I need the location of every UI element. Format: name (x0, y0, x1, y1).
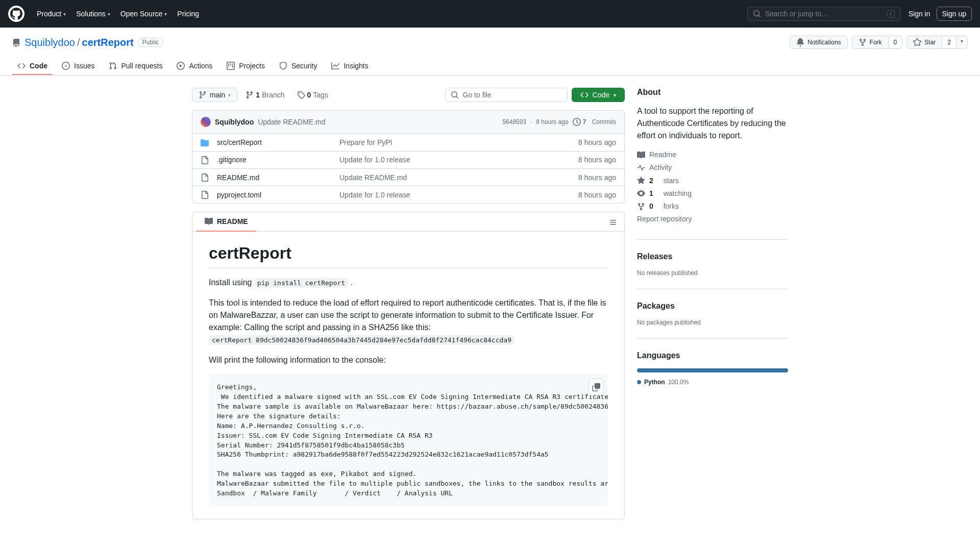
toc-button[interactable] (606, 214, 620, 229)
branch-icon (246, 91, 254, 99)
file-time: 8 hours ago (578, 156, 616, 164)
branches-link[interactable]: 1Branch (241, 88, 288, 102)
list-icon (609, 218, 617, 227)
visibility-badge: Public (138, 38, 164, 47)
tab-projects[interactable]: Projects (222, 57, 270, 75)
packages-heading[interactable]: Packages (637, 302, 788, 311)
output-codeblock: Greetings, We identified a malware signe… (209, 374, 608, 506)
file-name[interactable]: README.md (217, 173, 339, 182)
book-icon (637, 150, 645, 159)
star-icon (637, 176, 645, 185)
code-button[interactable]: Code ▾ (572, 88, 625, 102)
file-time: 8 hours ago (578, 138, 616, 146)
file-name[interactable]: pyproject.toml (217, 191, 339, 199)
repo-header: Squiblydoo / certReport Public Notificat… (0, 28, 980, 49)
mark-github-icon (10, 8, 22, 20)
go-to-file-input[interactable]: Go to file (445, 88, 568, 102)
repo-icon (12, 38, 20, 46)
play-icon (177, 61, 185, 70)
file-name[interactable]: .gitignore (217, 156, 339, 164)
file-row: .gitignoreUpdate for 1.0 release8 hours … (192, 152, 624, 169)
watching-link[interactable]: 1 watching (637, 189, 788, 197)
repo-name-link[interactable]: certReport (82, 37, 134, 48)
sign-in-link[interactable]: Sign in (909, 10, 930, 18)
example-code: certReport 89dc50024836f9ad406504a3b7445… (209, 335, 514, 345)
avatar[interactable] (201, 117, 211, 127)
search-input[interactable]: Search or jump to... / (747, 7, 900, 21)
tab-code[interactable]: Code (12, 57, 53, 75)
tab-insights[interactable]: Insights (326, 57, 373, 75)
file-time: 8 hours ago (578, 191, 616, 199)
tab-actions[interactable]: Actions (172, 57, 217, 75)
shield-icon (279, 61, 287, 70)
readme-content: certReport Install using pip install cer… (192, 232, 624, 518)
lang-dot (637, 380, 641, 384)
tag-icon (297, 91, 305, 99)
file-row: pyproject.tomlUpdate for 1.0 release8 ho… (192, 186, 624, 203)
search-icon (451, 91, 459, 99)
copy-icon (592, 383, 600, 391)
nav-product[interactable]: Product▾ (33, 7, 70, 21)
file-icon (201, 190, 209, 199)
commits-link[interactable]: 7 Commits (573, 118, 616, 126)
releases-heading[interactable]: Releases (637, 252, 788, 261)
tab-pullrequests[interactable]: Pull requests (104, 57, 167, 75)
tags-link[interactable]: 0Tags (293, 88, 332, 102)
languages-heading: Languages (637, 351, 788, 360)
fork-button[interactable]: Fork 0 (852, 36, 903, 49)
chevron-down-icon: ▾ (228, 92, 231, 98)
commit-message[interactable]: Update README.md (258, 118, 325, 126)
branch-selector[interactable]: main ▾ (192, 88, 237, 102)
releases-none: No releases published (637, 269, 788, 277)
bell-icon (796, 38, 804, 46)
file-icon (201, 173, 209, 182)
fork-count[interactable]: 0 (888, 37, 902, 48)
file-commit-msg[interactable]: Update for 1.0 release (339, 156, 578, 164)
sign-up-button[interactable]: Sign up (937, 7, 972, 21)
chevron-down-icon: ▾ (108, 11, 110, 17)
about-description: A tool to support the reporting of Authe… (637, 105, 788, 142)
nav-solutions[interactable]: Solutions▾ (72, 7, 114, 21)
star-button[interactable]: Star 2 (906, 36, 957, 49)
file-name[interactable]: src/certReport (217, 138, 339, 146)
chevron-down-icon: ▾ (614, 92, 616, 98)
notifications-button[interactable]: Notifications (790, 36, 847, 49)
sidebar: About A tool to support the reporting of… (637, 88, 788, 519)
global-header: Product▾ Solutions▾ Open Source▾ Pricing… (0, 0, 980, 28)
language-python[interactable]: Python 100.0% (637, 379, 788, 386)
about-heading: About (637, 88, 788, 97)
activity-link[interactable]: Activity (637, 163, 788, 172)
nav-pricing[interactable]: Pricing (173, 7, 203, 21)
commit-sha[interactable]: 5648593 (502, 118, 526, 126)
file-commit-msg[interactable]: Update for 1.0 release (339, 191, 578, 199)
pr-icon (109, 61, 117, 70)
pulse-icon (637, 163, 645, 172)
file-list: src/certReportPrepare for PyPI8 hours ag… (192, 134, 625, 204)
install-code: pip install certReport (254, 278, 348, 288)
repo-owner-link[interactable]: Squiblydoo (24, 37, 75, 48)
copy-button[interactable] (589, 379, 604, 395)
file-commit-msg[interactable]: Prepare for PyPI (339, 138, 578, 146)
history-icon (573, 118, 581, 126)
tab-issues[interactable]: Issues (57, 57, 100, 75)
readme-link[interactable]: Readme (637, 150, 788, 159)
readme-tab[interactable]: README (197, 212, 256, 232)
latest-commit: Squiblydoo Update README.md 5648593 · 8 … (192, 110, 625, 134)
commit-author[interactable]: Squiblydoo (215, 118, 254, 126)
readme-title: certReport (209, 244, 608, 268)
language-bar (637, 368, 788, 372)
forks-link[interactable]: 0 forks (637, 202, 788, 210)
star-count[interactable]: 2 (942, 37, 956, 48)
tab-security[interactable]: Security (274, 57, 323, 75)
github-logo[interactable] (8, 6, 24, 22)
commit-time: 8 hours ago (536, 118, 568, 126)
star-dropdown[interactable]: ▾ (957, 36, 968, 49)
nav-opensource[interactable]: Open Source▾ (116, 7, 172, 21)
eye-icon (637, 189, 645, 197)
report-repo-link[interactable]: Report repository (637, 215, 788, 223)
repo-nav: Code Issues Pull requests Actions Projec… (0, 57, 980, 76)
stars-link[interactable]: 2 stars (637, 176, 788, 185)
packages-none: No packages published (637, 319, 788, 326)
file-commit-msg[interactable]: Update README.md (339, 173, 578, 182)
search-kbd: / (887, 10, 895, 18)
